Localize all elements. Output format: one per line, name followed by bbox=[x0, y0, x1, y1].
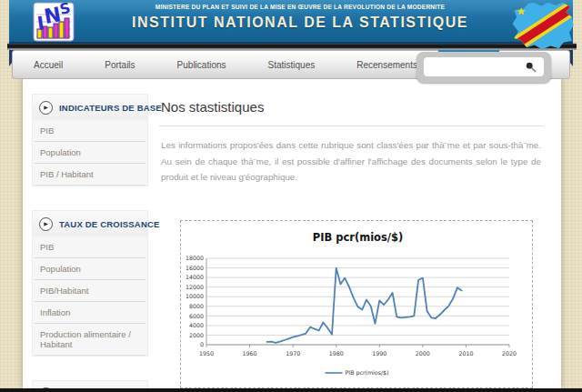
page: I N S MINISTERE DU PLAN ET SUIVI DE LA M… bbox=[0, 0, 582, 392]
intro-paragraph: Les informations propos'ées dans cette r… bbox=[161, 137, 541, 186]
nav-item-portails[interactable]: Portails bbox=[84, 51, 156, 78]
nav-item-statistiques[interactable]: Statistiques bbox=[247, 51, 336, 78]
svg-text:1960: 1960 bbox=[243, 350, 257, 357]
svg-text:10000: 10000 bbox=[186, 293, 204, 299]
sidebar-item-pib-habitant[interactable]: PIB/Habitant bbox=[35, 280, 146, 302]
play-circle-icon: ▶ bbox=[39, 101, 53, 115]
header-banner: I N S MINISTERE DU PLAN ET SUIVI DE LA M… bbox=[9, 0, 573, 44]
play-circle-icon: ▶ bbox=[39, 217, 53, 231]
sidebar-item-inflation[interactable]: Inflation bbox=[35, 302, 146, 324]
sidebar-item-pib-habitant[interactable]: PIB / Habitant bbox=[35, 164, 146, 186]
nav-item-accueil[interactable]: Accueil bbox=[13, 51, 84, 78]
sidebar: ▶ INDICATEURS DE BASE PIBPopulationPIB /… bbox=[32, 94, 148, 392]
sidebar-item-pib[interactable]: PIB bbox=[35, 120, 146, 142]
sidebar-item-population[interactable]: Population bbox=[35, 142, 146, 164]
sidebar-section-title: INDICATEURS DE BASE bbox=[59, 103, 162, 113]
svg-text:4000: 4000 bbox=[189, 322, 204, 328]
svg-text:6000: 6000 bbox=[189, 313, 204, 319]
svg-text:0: 0 bbox=[200, 341, 204, 347]
main-panel: Nos stastistiques Les informations propo… bbox=[159, 99, 543, 186]
svg-text:2010: 2010 bbox=[458, 350, 473, 357]
sidebar-item-population[interactable]: Population bbox=[35, 258, 146, 280]
ministry-line: MINISTERE DU PLAN ET SUIVI DE LA MISE EN… bbox=[118, 4, 482, 10]
sidebar-section-list: PIBPopulationPIB/HabitantInflationProduc… bbox=[33, 236, 147, 356]
svg-text:1990: 1990 bbox=[372, 350, 386, 357]
drc-flag-map bbox=[509, 1, 578, 52]
sidebar-section-title: TAUX DE CROISSANCE bbox=[59, 219, 160, 229]
ins-logo[interactable]: I N S bbox=[33, 2, 75, 42]
svg-text:14000: 14000 bbox=[186, 274, 204, 280]
sidebar-item-production-alimentaire-habitant[interactable]: Production alimentaire / Habitant bbox=[35, 324, 146, 356]
svg-text:2000: 2000 bbox=[189, 332, 204, 338]
nav-item-publications[interactable]: Publications bbox=[156, 51, 247, 78]
svg-text:18000: 18000 bbox=[186, 255, 204, 261]
pib-line-chart: PIB pcr(mios/$)0200040006000800010000120… bbox=[181, 221, 532, 387]
svg-text:1970: 1970 bbox=[286, 350, 300, 357]
svg-text:PIB pcr(mios/$): PIB pcr(mios/$) bbox=[346, 369, 389, 377]
sidebar-section-list: PIBPopulationPIB / Habitant bbox=[33, 120, 147, 186]
svg-text:PIB pcr(mios/$): PIB pcr(mios/$) bbox=[313, 231, 404, 244]
search-input[interactable] bbox=[424, 57, 544, 76]
sidebar-section-header[interactable]: ▶ TAUX DE CROISSANCE bbox=[33, 211, 147, 236]
window-edge bbox=[0, 388, 582, 392]
chart-container: PIB pcr(mios/$)0200040006000800010000120… bbox=[180, 220, 533, 388]
svg-text:16000: 16000 bbox=[186, 265, 204, 271]
sidebar-section-taux-de-croissance: ▶ TAUX DE CROISSANCE PIBPopulationPIB/Ha… bbox=[32, 210, 148, 357]
sidebar-section-header[interactable]: ▶ INDICATEURS DE BASE bbox=[33, 95, 147, 120]
svg-text:1980: 1980 bbox=[329, 350, 344, 357]
search-container bbox=[416, 52, 551, 83]
sidebar-item-pib[interactable]: PIB bbox=[35, 236, 146, 258]
svg-text:2020: 2020 bbox=[502, 350, 517, 357]
sidebar-section-indicateurs-de-base: ▶ INDICATEURS DE BASE PIBPopulationPIB /… bbox=[32, 94, 148, 186]
svg-text:1950: 1950 bbox=[199, 350, 214, 357]
svg-text:8000: 8000 bbox=[189, 303, 204, 309]
svg-text:12000: 12000 bbox=[186, 284, 204, 290]
svg-text:2000: 2000 bbox=[416, 350, 430, 357]
page-title: Nos stastistiques bbox=[159, 99, 543, 126]
content-area: ▶ INDICATEURS DE BASE PIBPopulationPIB /… bbox=[23, 77, 561, 388]
site-title: INSTITUT NATIONAL DE LA STATISTIQUE bbox=[118, 15, 482, 31]
